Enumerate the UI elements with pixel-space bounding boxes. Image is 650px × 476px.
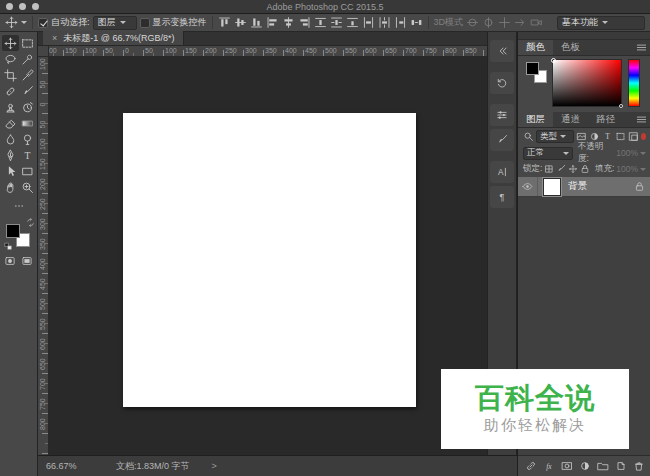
lock-transparent-pixels-icon[interactable]	[544, 164, 554, 174]
layer-filter-kind-dropdown[interactable]: 类型	[536, 130, 574, 143]
zoom-window-button[interactable]	[32, 3, 39, 10]
align-left-edges-icon[interactable]	[266, 16, 279, 29]
gradient-tool-icon	[21, 117, 34, 130]
distribute-vertical-centers-icon[interactable]	[330, 16, 343, 29]
hand-tool[interactable]	[2, 179, 19, 195]
layer-effects-icon[interactable]: fx	[543, 460, 555, 472]
3d-camera-icon[interactable]	[530, 16, 543, 29]
blur-tool[interactable]	[2, 131, 19, 147]
tab-swatches[interactable]: 色板	[553, 40, 588, 55]
workspace-dropdown[interactable]: 基本功能	[557, 16, 645, 30]
3d-roll-icon[interactable]	[482, 16, 495, 29]
distribute-spacing-icon[interactable]	[410, 16, 423, 29]
lock-all-icon[interactable]	[580, 164, 590, 174]
healing-brush-tool[interactable]	[2, 83, 19, 99]
history-panel-button[interactable]	[490, 72, 514, 94]
layer-row[interactable]: 背景	[518, 177, 650, 197]
zoom-tool[interactable]	[19, 179, 36, 195]
type-tool[interactable]: T	[19, 147, 36, 163]
swap-colors-icon[interactable]	[26, 218, 35, 227]
new-layer-icon[interactable]	[615, 460, 627, 472]
opacity-value[interactable]: 100%	[616, 148, 638, 158]
quick-select-tool[interactable]	[19, 51, 36, 67]
pasteboard[interactable]	[49, 57, 487, 455]
align-bottom-edges-icon[interactable]	[250, 16, 263, 29]
align-horizontal-centers-icon[interactable]	[282, 16, 295, 29]
hue-slider[interactable]	[628, 59, 640, 107]
tab-layers[interactable]: 图层	[518, 112, 553, 127]
lasso-tool[interactable]	[2, 51, 19, 67]
foreground-color-swatch[interactable]	[6, 224, 20, 238]
link-layers-icon[interactable]	[525, 460, 537, 472]
close-window-button[interactable]	[6, 3, 13, 10]
filter-smart-objects-icon[interactable]	[628, 131, 639, 142]
show-transform-controls-checkbox[interactable]	[140, 18, 150, 28]
blend-mode-dropdown[interactable]: 正常	[523, 147, 573, 160]
edit-toolbar-ellipsis-icon[interactable]	[14, 201, 24, 211]
zoom-level-field[interactable]: 66.67%	[46, 461, 108, 471]
path-select-tool[interactable]	[2, 163, 19, 179]
paragraph-panel-button[interactable]: ¶	[490, 186, 514, 208]
brushes-panel-button[interactable]	[490, 129, 514, 151]
delete-layer-icon[interactable]	[633, 460, 645, 472]
separator	[32, 16, 33, 29]
status-more-button[interactable]: >	[212, 461, 217, 471]
character-panel-button[interactable]: A	[490, 161, 514, 183]
clone-stamp-tool[interactable]	[2, 99, 19, 115]
distribute-left-edges-icon[interactable]	[362, 16, 375, 29]
history-brush-tool[interactable]	[19, 99, 36, 115]
move-tool[interactable]	[2, 35, 19, 51]
distribute-bottom-edges-icon[interactable]	[346, 16, 359, 29]
filter-shape-layers-icon[interactable]	[615, 131, 626, 142]
gradient-tool[interactable]	[19, 115, 36, 131]
expand-dock-button[interactable]	[490, 40, 514, 62]
auto-select-checkbox[interactable]	[38, 18, 48, 28]
tab-paths[interactable]: 路径	[588, 112, 623, 127]
screen-mode-icon[interactable]	[21, 255, 33, 267]
add-layer-mask-icon[interactable]	[561, 460, 573, 472]
color-picker-ring-icon	[551, 58, 556, 63]
new-adjustment-layer-icon[interactable]	[579, 460, 591, 472]
minimize-window-button[interactable]	[19, 3, 26, 10]
align-vertical-centers-icon[interactable]	[234, 16, 247, 29]
new-group-icon[interactable]	[597, 460, 609, 472]
eyedropper-tool[interactable]	[19, 67, 36, 83]
crop-tool[interactable]	[2, 67, 19, 83]
tab-color[interactable]: 颜色	[518, 40, 553, 55]
distribute-horizontal-centers-icon[interactable]	[378, 16, 391, 29]
layer-visibility-toggle[interactable]	[518, 177, 538, 196]
document-tab[interactable]: × 未标题-1 @ 66.7%(RGB/8*)	[43, 31, 184, 45]
layer-thumbnail[interactable]	[543, 178, 561, 196]
vertical-ruler[interactable]: 1005005010015020025030035040045050055060…	[38, 57, 49, 455]
canvas[interactable]	[123, 113, 416, 407]
horizontal-ruler[interactable]: 2001501005005010015020025030035040045050…	[49, 46, 487, 57]
align-right-edges-icon[interactable]	[298, 16, 311, 29]
properties-panel-button[interactable]	[490, 104, 514, 126]
dodge-tool[interactable]	[19, 131, 36, 147]
tab-channels[interactable]: 通道	[553, 112, 588, 127]
auto-select-target-dropdown[interactable]: 图层	[93, 16, 137, 30]
fill-value[interactable]: 100%	[616, 164, 638, 174]
foreground-color-swatch[interactable]	[526, 62, 539, 75]
saturation-brightness-field[interactable]	[552, 59, 622, 107]
tool-preset-caret-icon[interactable]	[21, 21, 27, 24]
layer-filter-toggle-icon[interactable]	[641, 133, 646, 140]
marquee-tool[interactable]	[19, 35, 36, 51]
panel-menu-icon[interactable]	[636, 42, 647, 53]
brush-tool[interactable]	[19, 83, 36, 99]
panel-menu-icon[interactable]	[636, 114, 647, 125]
eraser-tool[interactable]	[2, 115, 19, 131]
pen-tool[interactable]	[2, 147, 19, 163]
lock-position-icon[interactable]	[568, 164, 578, 174]
default-colors-icon[interactable]	[4, 242, 13, 251]
align-top-edges-icon[interactable]	[218, 16, 231, 29]
3d-pan-icon[interactable]	[498, 16, 511, 29]
3d-slide-icon[interactable]	[514, 16, 527, 29]
lock-image-pixels-icon[interactable]	[556, 164, 566, 174]
distribute-right-edges-icon[interactable]	[394, 16, 407, 29]
distribute-top-edges-icon[interactable]	[314, 16, 327, 29]
close-document-icon[interactable]: ×	[52, 34, 57, 43]
quick-mask-mode-icon[interactable]	[4, 255, 16, 267]
shape-tool[interactable]	[19, 163, 36, 179]
3d-orbit-icon[interactable]	[466, 16, 479, 29]
